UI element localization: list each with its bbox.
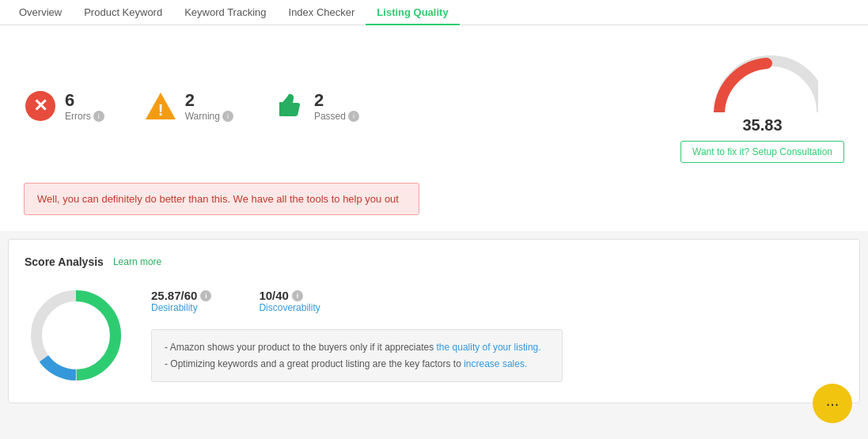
score-body: 25.87/60 i Desirability 10/40 i Discover… bbox=[25, 284, 843, 387]
discoverability-info-icon[interactable]: i bbox=[292, 290, 303, 301]
passed-count: 2 bbox=[314, 90, 359, 111]
nav-index-checker[interactable]: Index Checker bbox=[278, 0, 366, 25]
error-info-icon[interactable]: i bbox=[93, 111, 104, 122]
svg-text:!: ! bbox=[157, 101, 163, 119]
error-circle-icon: ✕ bbox=[25, 91, 55, 121]
discoverability-label: Discoverability bbox=[259, 302, 320, 313]
warning-label: Warning i bbox=[185, 111, 233, 122]
error-count: 6 bbox=[65, 90, 104, 111]
passed-icon-wrap bbox=[273, 89, 306, 123]
stats-row: ✕ 6 Errors i ! 2 Warning bbox=[24, 41, 844, 179]
donut-chart bbox=[25, 284, 127, 387]
gauge-svg bbox=[707, 49, 818, 112]
alert-banner: Well, you can definitely do better than … bbox=[24, 183, 419, 215]
learn-more-link[interactable]: Learn more bbox=[113, 256, 161, 267]
passed-label: Passed i bbox=[314, 111, 359, 122]
gauge-chart bbox=[707, 49, 818, 112]
info-box: - Amazon shows your product to the buyer… bbox=[151, 329, 563, 382]
desirability-label: Desirability bbox=[151, 302, 211, 313]
desirability-value: 25.87/60 i bbox=[151, 289, 211, 302]
discoverability-metric: 10/40 i Discoverability bbox=[259, 289, 320, 313]
error-info: 6 Errors i bbox=[65, 90, 104, 122]
discoverability-value: 10/40 i bbox=[259, 289, 320, 302]
warning-triangle-icon: ! bbox=[144, 89, 177, 123]
desirability-metric: 25.87/60 i Desirability bbox=[151, 289, 211, 313]
warning-count: 2 bbox=[185, 90, 233, 111]
score-metrics: 25.87/60 i Desirability 10/40 i Discover… bbox=[151, 289, 843, 382]
svg-rect-2 bbox=[279, 102, 282, 116]
setup-consultation-button[interactable]: Want to fix it? Setup Consultation bbox=[680, 141, 844, 163]
score-header: Score Analysis Learn more bbox=[25, 255, 843, 268]
nav-keyword-tracking[interactable]: Keyword Tracking bbox=[173, 0, 277, 25]
error-label: Errors i bbox=[65, 111, 104, 122]
warning-info-icon[interactable]: i bbox=[222, 111, 233, 122]
nav-product-keyword[interactable]: Product Keyword bbox=[73, 0, 173, 25]
warning-info: 2 Warning i bbox=[185, 90, 233, 122]
warning-icon-wrap: ! bbox=[144, 89, 177, 123]
desirability-info-icon[interactable]: i bbox=[200, 290, 211, 301]
nav-bar: Overview Product Keyword Keyword Trackin… bbox=[0, 0, 868, 25]
metrics-row: 25.87/60 i Desirability 10/40 i Discover… bbox=[151, 289, 843, 313]
highlight-1: the quality of your listing. bbox=[437, 342, 541, 353]
score-section: Score Analysis Learn more 25.87/60 i bbox=[8, 239, 860, 403]
nav-listing-quality[interactable]: Listing Quality bbox=[366, 0, 459, 25]
donut-svg bbox=[25, 284, 127, 387]
error-icon: ✕ bbox=[24, 89, 57, 123]
info-line-1: - Amazon shows your product to the buyer… bbox=[165, 339, 549, 355]
thumbs-up-icon bbox=[273, 89, 306, 123]
info-line-2: - Optimizing keywords and a great produc… bbox=[165, 356, 549, 372]
errors-stat: ✕ 6 Errors i bbox=[24, 89, 104, 123]
alert-message: Well, you can definitely do better than … bbox=[37, 193, 399, 205]
warnings-stat: ! 2 Warning i bbox=[144, 89, 233, 123]
passed-info: 2 Passed i bbox=[314, 90, 359, 122]
gauge-score: 35.83 bbox=[742, 116, 782, 134]
score-analysis-title: Score Analysis bbox=[25, 255, 104, 268]
nav-overview[interactable]: Overview bbox=[8, 0, 73, 25]
passed-stat: 2 Passed i bbox=[273, 89, 359, 123]
gauge-container: 35.83 Want to fix it? Setup Consultation bbox=[680, 49, 844, 163]
passed-info-icon[interactable]: i bbox=[348, 111, 359, 122]
highlight-2: increase sales. bbox=[464, 358, 527, 369]
main-content: ✕ 6 Errors i ! 2 Warning bbox=[0, 25, 868, 231]
